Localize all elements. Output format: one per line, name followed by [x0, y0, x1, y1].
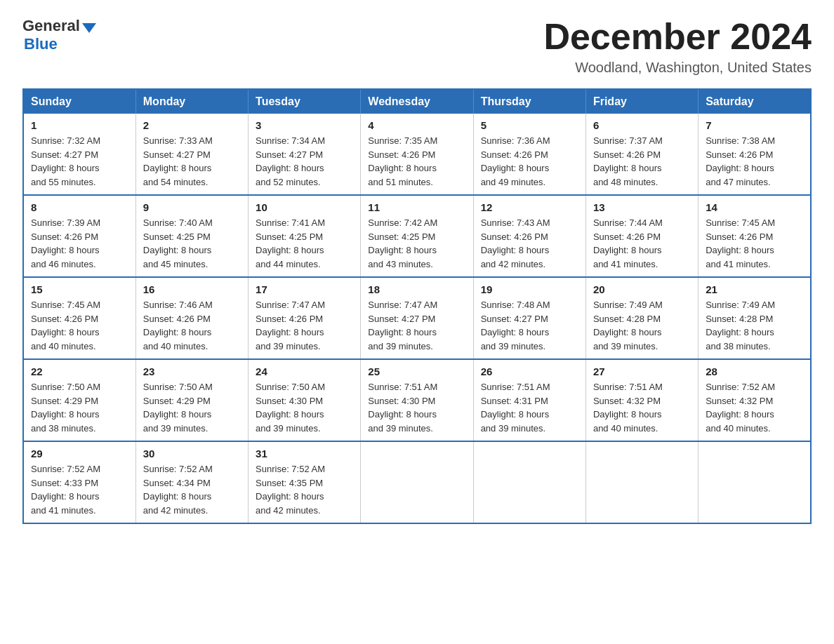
day-number: 10 — [256, 201, 353, 213]
day-number: 2 — [143, 119, 241, 131]
day-number: 28 — [706, 365, 803, 377]
day-number: 1 — [31, 119, 128, 131]
day-info: Sunrise: 7:52 AMSunset: 4:33 PMDaylight:… — [31, 462, 128, 517]
calendar-cell: 30 Sunrise: 7:52 AMSunset: 4:34 PMDaylig… — [135, 441, 248, 523]
calendar-cell: 28 Sunrise: 7:52 AMSunset: 4:32 PMDaylig… — [699, 359, 811, 441]
day-info: Sunrise: 7:32 AMSunset: 4:27 PMDaylight:… — [31, 134, 128, 189]
calendar-cell: 7 Sunrise: 7:38 AMSunset: 4:26 PMDayligh… — [699, 114, 811, 195]
calendar-cell — [361, 441, 473, 523]
day-number: 27 — [593, 365, 691, 377]
calendar-cell: 16 Sunrise: 7:46 AMSunset: 4:26 PMDaylig… — [135, 277, 248, 359]
calendar-week-row: 1 Sunrise: 7:32 AMSunset: 4:27 PMDayligh… — [23, 114, 811, 195]
day-number: 13 — [593, 201, 691, 213]
column-header-friday: Friday — [585, 89, 698, 114]
day-info: Sunrise: 7:51 AMSunset: 4:30 PMDaylight:… — [368, 380, 465, 435]
logo: General Blue — [22, 17, 96, 53]
day-number: 22 — [31, 365, 128, 377]
calendar-table: SundayMondayTuesdayWednesdayThursdayFrid… — [22, 88, 812, 524]
day-info: Sunrise: 7:46 AMSunset: 4:26 PMDaylight:… — [143, 298, 241, 353]
calendar-cell: 29 Sunrise: 7:52 AMSunset: 4:33 PMDaylig… — [23, 441, 135, 523]
day-number: 25 — [368, 365, 465, 377]
column-header-wednesday: Wednesday — [361, 89, 473, 114]
day-number: 15 — [31, 283, 128, 295]
day-number: 11 — [368, 201, 465, 213]
day-info: Sunrise: 7:45 AMSunset: 4:26 PMDaylight:… — [706, 216, 803, 271]
column-header-thursday: Thursday — [473, 89, 585, 114]
calendar-week-row: 22 Sunrise: 7:50 AMSunset: 4:29 PMDaylig… — [23, 359, 811, 441]
calendar-cell: 20 Sunrise: 7:49 AMSunset: 4:28 PMDaylig… — [585, 277, 698, 359]
calendar-cell: 5 Sunrise: 7:36 AMSunset: 4:26 PMDayligh… — [473, 114, 585, 195]
day-info: Sunrise: 7:50 AMSunset: 4:29 PMDaylight:… — [143, 380, 241, 435]
day-number: 8 — [31, 201, 128, 213]
calendar-cell: 10 Sunrise: 7:41 AMSunset: 4:25 PMDaylig… — [249, 195, 361, 277]
calendar-cell: 8 Sunrise: 7:39 AMSunset: 4:26 PMDayligh… — [23, 195, 135, 277]
day-number: 12 — [481, 201, 578, 213]
calendar-cell: 2 Sunrise: 7:33 AMSunset: 4:27 PMDayligh… — [135, 114, 248, 195]
calendar-cell: 12 Sunrise: 7:43 AMSunset: 4:26 PMDaylig… — [473, 195, 585, 277]
calendar-cell — [585, 441, 698, 523]
day-info: Sunrise: 7:39 AMSunset: 4:26 PMDaylight:… — [31, 216, 128, 271]
column-header-monday: Monday — [135, 89, 248, 114]
calendar-week-row: 15 Sunrise: 7:45 AMSunset: 4:26 PMDaylig… — [23, 277, 811, 359]
logo-arrow-icon — [82, 23, 96, 33]
day-info: Sunrise: 7:35 AMSunset: 4:26 PMDaylight:… — [368, 134, 465, 189]
page-title: December 2024 — [543, 17, 812, 57]
day-info: Sunrise: 7:47 AMSunset: 4:26 PMDaylight:… — [256, 298, 353, 353]
calendar-cell: 31 Sunrise: 7:52 AMSunset: 4:35 PMDaylig… — [249, 441, 361, 523]
day-number: 6 — [593, 119, 691, 131]
calendar-cell: 18 Sunrise: 7:47 AMSunset: 4:27 PMDaylig… — [361, 277, 473, 359]
day-number: 18 — [368, 283, 465, 295]
column-header-sunday: Sunday — [23, 89, 135, 114]
day-number: 17 — [256, 283, 353, 295]
day-number: 29 — [31, 448, 128, 459]
day-number: 7 — [706, 119, 803, 131]
calendar-cell: 22 Sunrise: 7:50 AMSunset: 4:29 PMDaylig… — [23, 359, 135, 441]
day-number: 3 — [256, 119, 353, 131]
day-number: 4 — [368, 119, 465, 131]
day-info: Sunrise: 7:42 AMSunset: 4:25 PMDaylight:… — [368, 216, 465, 271]
day-info: Sunrise: 7:45 AMSunset: 4:26 PMDaylight:… — [31, 298, 128, 353]
day-info: Sunrise: 7:50 AMSunset: 4:30 PMDaylight:… — [256, 380, 353, 435]
day-info: Sunrise: 7:37 AMSunset: 4:26 PMDaylight:… — [593, 134, 691, 189]
header: General Blue December 2024 Woodland, Was… — [22, 17, 812, 76]
day-info: Sunrise: 7:36 AMSunset: 4:26 PMDaylight:… — [481, 134, 578, 189]
day-number: 24 — [256, 365, 353, 377]
calendar-cell: 11 Sunrise: 7:42 AMSunset: 4:25 PMDaylig… — [361, 195, 473, 277]
day-info: Sunrise: 7:52 AMSunset: 4:34 PMDaylight:… — [143, 462, 241, 517]
day-number: 21 — [706, 283, 803, 295]
day-number: 23 — [143, 365, 241, 377]
day-info: Sunrise: 7:49 AMSunset: 4:28 PMDaylight:… — [593, 298, 691, 353]
day-info: Sunrise: 7:51 AMSunset: 4:32 PMDaylight:… — [593, 380, 691, 435]
day-info: Sunrise: 7:33 AMSunset: 4:27 PMDaylight:… — [143, 134, 241, 189]
calendar-week-row: 8 Sunrise: 7:39 AMSunset: 4:26 PMDayligh… — [23, 195, 811, 277]
calendar-cell: 9 Sunrise: 7:40 AMSunset: 4:25 PMDayligh… — [135, 195, 248, 277]
column-header-saturday: Saturday — [699, 89, 811, 114]
day-number: 31 — [256, 448, 353, 459]
day-info: Sunrise: 7:44 AMSunset: 4:26 PMDaylight:… — [593, 216, 691, 271]
day-info: Sunrise: 7:38 AMSunset: 4:26 PMDaylight:… — [706, 134, 803, 189]
calendar-week-row: 29 Sunrise: 7:52 AMSunset: 4:33 PMDaylig… — [23, 441, 811, 523]
calendar-cell: 4 Sunrise: 7:35 AMSunset: 4:26 PMDayligh… — [361, 114, 473, 195]
calendar-cell: 17 Sunrise: 7:47 AMSunset: 4:26 PMDaylig… — [249, 277, 361, 359]
calendar-cell: 21 Sunrise: 7:49 AMSunset: 4:28 PMDaylig… — [699, 277, 811, 359]
day-info: Sunrise: 7:40 AMSunset: 4:25 PMDaylight:… — [143, 216, 241, 271]
day-info: Sunrise: 7:52 AMSunset: 4:35 PMDaylight:… — [256, 462, 353, 517]
calendar-cell: 13 Sunrise: 7:44 AMSunset: 4:26 PMDaylig… — [585, 195, 698, 277]
day-number: 20 — [593, 283, 691, 295]
calendar-header-row: SundayMondayTuesdayWednesdayThursdayFrid… — [23, 89, 811, 114]
column-header-tuesday: Tuesday — [249, 89, 361, 114]
day-info: Sunrise: 7:34 AMSunset: 4:27 PMDaylight:… — [256, 134, 353, 189]
logo-general-text: General — [22, 17, 80, 35]
day-info: Sunrise: 7:51 AMSunset: 4:31 PMDaylight:… — [481, 380, 578, 435]
day-number: 26 — [481, 365, 578, 377]
calendar-cell — [473, 441, 585, 523]
calendar-cell: 24 Sunrise: 7:50 AMSunset: 4:30 PMDaylig… — [249, 359, 361, 441]
calendar-cell — [699, 441, 811, 523]
calendar-cell: 27 Sunrise: 7:51 AMSunset: 4:32 PMDaylig… — [585, 359, 698, 441]
day-number: 16 — [143, 283, 241, 295]
day-info: Sunrise: 7:50 AMSunset: 4:29 PMDaylight:… — [31, 380, 128, 435]
logo-blue-text: Blue — [24, 35, 58, 53]
day-info: Sunrise: 7:41 AMSunset: 4:25 PMDaylight:… — [256, 216, 353, 271]
day-number: 30 — [143, 448, 241, 459]
calendar-cell: 26 Sunrise: 7:51 AMSunset: 4:31 PMDaylig… — [473, 359, 585, 441]
